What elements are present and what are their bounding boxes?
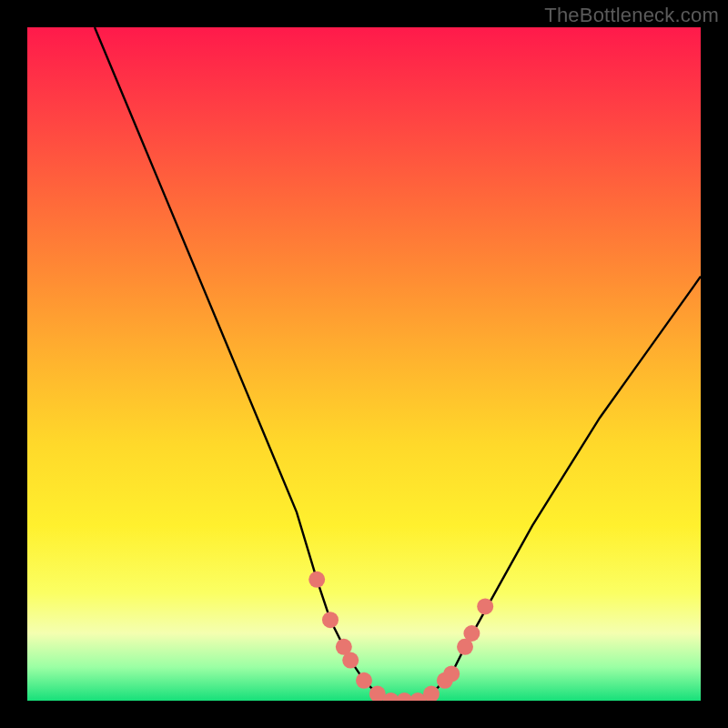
bottleneck-curve-svg: [27, 27, 701, 701]
curve-marker: [463, 625, 480, 642]
curve-marker: [437, 672, 453, 689]
curve-markers: [308, 571, 493, 701]
curve-marker: [457, 639, 473, 655]
curve-marker: [308, 571, 325, 588]
bottleneck-curve: [95, 27, 701, 701]
curve-marker: [477, 598, 493, 614]
curve-marker: [356, 672, 372, 689]
curve-marker: [336, 639, 352, 655]
curve-marker: [396, 693, 412, 701]
curve-marker: [410, 693, 426, 701]
curve-marker: [342, 652, 359, 669]
plot-area: [27, 27, 701, 701]
curve-marker: [443, 665, 460, 682]
curve-marker: [423, 686, 440, 701]
watermark-text: TheBottleneck.com: [544, 4, 719, 27]
curve-marker: [383, 693, 399, 701]
curve-marker: [322, 612, 339, 628]
curve-marker: [369, 686, 386, 701]
chart-frame: TheBottleneck.com: [0, 0, 728, 728]
